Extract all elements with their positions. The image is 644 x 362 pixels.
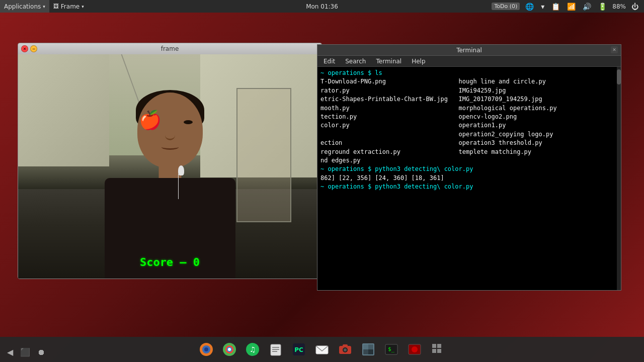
terminal-titlebar: Terminal ✕ <box>317 45 621 56</box>
dock-theme[interactable] <box>358 339 379 360</box>
dock-mail[interactable] <box>311 339 333 360</box>
terminal-line: nd edges.py <box>320 156 618 165</box>
dock-spotify[interactable]: ♫ <box>242 339 263 360</box>
terminal-menu-terminal[interactable]: Terminal <box>374 57 404 66</box>
svg-rect-31 <box>432 349 436 353</box>
terminal-title: Terminal <box>456 47 482 54</box>
svg-rect-30 <box>437 344 441 348</box>
todo-badge[interactable]: ToDo (0) <box>492 3 520 10</box>
terminal-line: ~ operations $ python3 detecting\ color.… <box>320 183 618 191</box>
svg-rect-22 <box>368 344 373 349</box>
dock-chrome[interactable] <box>219 339 240 360</box>
applications-label: Applications <box>4 3 41 10</box>
dock-camera[interactable] <box>335 339 356 360</box>
svg-rect-32 <box>437 349 441 353</box>
applications-arrow: ▾ <box>43 4 45 9</box>
frame-arrow: ▾ <box>82 4 84 9</box>
terminal-menu-edit[interactable]: Edit <box>321 57 337 66</box>
applications-menu[interactable]: Applications ▾ <box>0 0 49 13</box>
back-arrow[interactable]: ◀ <box>5 346 15 358</box>
terminal-scrollbar[interactable] <box>617 67 621 290</box>
terminal-window: Terminal ✕ Edit Search Terminal Help ~ o… <box>317 44 621 291</box>
close-button[interactable]: ✕ <box>21 45 28 52</box>
svg-rect-11 <box>272 349 279 350</box>
dock-terminal[interactable]: $_ <box>381 339 402 360</box>
dock-record[interactable] <box>404 339 425 360</box>
terminal-menu-help[interactable]: Help <box>410 57 427 66</box>
svg-rect-24 <box>368 349 373 354</box>
minimize-button[interactable]: − <box>30 45 37 52</box>
volume-icon[interactable]: 🔊 <box>581 3 593 11</box>
apple-icon: 🍎 <box>139 110 159 132</box>
frame-title: frame <box>161 45 179 52</box>
dropdown-icon[interactable]: ▾ <box>539 3 546 11</box>
svg-point-18 <box>344 348 347 351</box>
terminal-line: mooth.py morphological operations.py <box>320 104 618 113</box>
person <box>100 93 240 279</box>
room-wall-left <box>18 54 109 166</box>
svg-rect-23 <box>363 349 368 354</box>
terminal-line: etric-Shapes-Printable-Chart-BW.jpg IMG_… <box>320 95 618 104</box>
network-icon[interactable]: 📶 <box>566 3 577 11</box>
svg-point-2 <box>204 347 208 351</box>
globe-icon[interactable]: 🌐 <box>524 3 535 11</box>
terminal-line: color.py operation1.py <box>320 121 618 130</box>
nav-arrows: ◀ ⬛ ⏺ <box>5 346 47 358</box>
score-display: Score — 0 <box>140 256 200 268</box>
svg-rect-10 <box>272 347 279 348</box>
svg-rect-29 <box>432 344 436 348</box>
dock-grid[interactable] <box>427 339 448 360</box>
svg-rect-12 <box>272 351 277 352</box>
terminal-menubar: Edit Search Terminal Help <box>317 56 621 67</box>
terminal-line: T-Download-PNG.png hough line and circle… <box>320 77 618 86</box>
frame-window: ✕ − frame 🍎 <box>18 43 322 279</box>
desktop: Applications ▾ 🖼 Frame ▾ Mon 01:36 ToDo … <box>0 0 644 362</box>
terminal-line: tection.py opencv-logo2.png <box>320 113 618 121</box>
terminal-line: ~ operations $ python3 detecting\ color.… <box>320 165 618 173</box>
earphone <box>178 165 184 175</box>
cabinet <box>236 88 291 223</box>
time-display: Mon 01:36 <box>306 3 338 10</box>
dock-firefox[interactable] <box>196 339 217 360</box>
clock: Mon 01:36 <box>306 3 338 10</box>
taskbar-top: Applications ▾ 🖼 Frame ▾ Mon 01:36 ToDo … <box>0 0 644 13</box>
frame-menu[interactable]: 🖼 Frame ▾ <box>49 0 88 13</box>
earphone-cable <box>178 174 179 199</box>
svg-point-6 <box>228 348 231 351</box>
taskbar-top-left: Applications ▾ 🖼 Frame ▾ <box>0 0 88 13</box>
person-mouth <box>161 144 179 150</box>
terminal-scrollbar-thumb[interactable] <box>617 69 621 84</box>
terminal-line: reground extraction.py templete matching… <box>320 148 618 156</box>
dock-files[interactable] <box>265 339 286 360</box>
terminal-line: 862] [22, 356] [24, 360] [18, 361] <box>320 174 618 183</box>
frame-label: Frame <box>61 3 79 10</box>
clipboard-icon[interactable]: 📋 <box>550 3 561 11</box>
terminal-line: ection operation3 threshold.py <box>320 139 618 147</box>
frame-titlebar: ✕ − frame <box>18 43 321 54</box>
dock-pycharm[interactable]: PC <box>288 339 309 360</box>
terminal-close-button[interactable]: ✕ <box>611 46 618 53</box>
record-icon[interactable]: ⏺ <box>35 346 47 358</box>
svg-text:$_: $_ <box>388 346 395 352</box>
svg-rect-19 <box>343 344 348 347</box>
person-eye-right <box>184 120 193 124</box>
power-icon[interactable]: ⏻ <box>630 3 640 11</box>
svg-text:♫: ♫ <box>250 345 256 353</box>
system-tray: ToDo (0) 🌐 ▾ 📋 📶 🔊 🔋 88% ⏻ <box>492 3 644 11</box>
terminal-line: ~ operations $ ls <box>320 69 618 77</box>
terminal-line: operation2_copying logo.py <box>320 130 618 139</box>
terminal-line: rator.py IMGi94259.jpg <box>320 86 618 95</box>
svg-point-28 <box>412 346 418 352</box>
taskbar-bottom: ◀ ⬛ ⏺ ♫ PC $_ <box>0 337 644 362</box>
window-icon[interactable]: ⬛ <box>18 346 32 358</box>
svg-text:PC: PC <box>294 346 303 353</box>
battery-icon[interactable]: 🔋 <box>597 3 608 11</box>
person-nose <box>165 130 175 140</box>
terminal-content: ~ operations $ ls T-Download-PNG.png hou… <box>317 67 621 290</box>
window-controls: ✕ − <box>21 45 37 52</box>
camera-feed: 🍎 Score — 0 <box>18 54 321 279</box>
battery-percent: 88% <box>612 3 626 10</box>
terminal-menu-search[interactable]: Search <box>343 57 368 66</box>
svg-rect-21 <box>363 344 368 349</box>
